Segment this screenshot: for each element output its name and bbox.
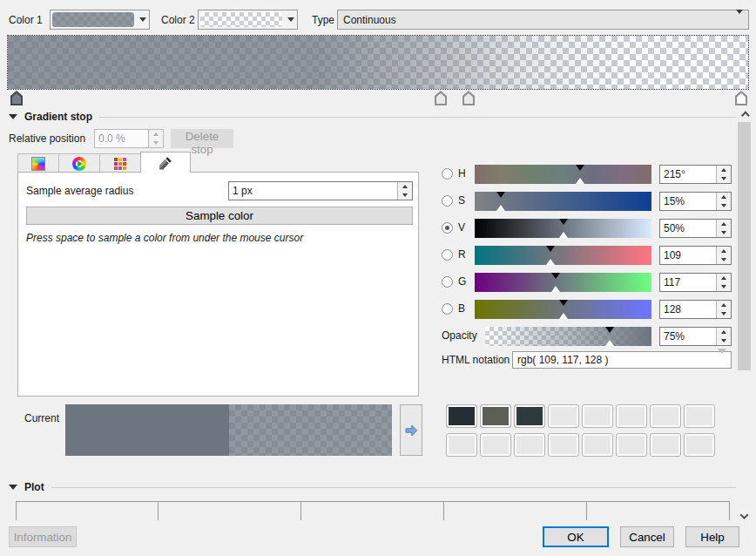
current-color-solid bbox=[65, 404, 229, 456]
html-notation-input[interactable]: rgb( 109, 117, 128 ) bbox=[512, 351, 732, 369]
h-slider[interactable] bbox=[475, 165, 651, 184]
v-spinbox[interactable]: 50% bbox=[659, 219, 732, 238]
g-slider[interactable] bbox=[475, 273, 651, 292]
sample-radius-value: 1 px bbox=[229, 182, 397, 200]
swatch-cell[interactable] bbox=[650, 433, 681, 457]
relative-position-spinbox[interactable]: 0.0 % bbox=[94, 129, 164, 148]
b-spinbox[interactable]: 128 bbox=[659, 300, 732, 319]
vertical-scrollbar[interactable] bbox=[737, 109, 752, 520]
chevron-down-icon[interactable] bbox=[718, 354, 726, 366]
b-radio[interactable] bbox=[442, 303, 453, 315]
gradient-preview[interactable] bbox=[7, 35, 749, 90]
spin-arrows[interactable] bbox=[716, 247, 731, 264]
gradient-stop-marker[interactable] bbox=[435, 91, 447, 105]
chevron-down-icon[interactable] bbox=[284, 10, 297, 29]
top-bar: Color 1 Color 2 Type Continuous bbox=[0, 0, 756, 33]
s-radio[interactable] bbox=[442, 195, 453, 207]
type-select[interactable]: Continuous bbox=[337, 10, 749, 30]
swatch-cell[interactable] bbox=[684, 433, 715, 457]
color2-dropdown[interactable] bbox=[198, 10, 298, 30]
s-spinbox[interactable]: 15% bbox=[659, 192, 732, 211]
scroll-up-button[interactable] bbox=[737, 109, 752, 122]
gradient-stop-marker[interactable] bbox=[735, 91, 747, 105]
chevron-down-icon bbox=[740, 511, 749, 519]
add-to-swatches-button[interactable] bbox=[400, 404, 422, 456]
spin-arrows[interactable] bbox=[716, 328, 731, 345]
swatch-cell[interactable] bbox=[684, 404, 715, 428]
swatch-cell[interactable] bbox=[582, 404, 613, 428]
swatch-cell[interactable] bbox=[514, 433, 545, 457]
gradient-color-ramp-dialog: Color 1 Color 2 Type Continuous Gradient bbox=[0, 0, 756, 556]
b-value: 128 bbox=[660, 301, 716, 318]
swatch-cell[interactable] bbox=[616, 433, 647, 457]
spin-arrows[interactable] bbox=[716, 301, 731, 318]
r-spinbox[interactable]: 109 bbox=[659, 246, 732, 265]
channel-panel: H 215° S 15% V 50% R 109 G 117 bbox=[440, 162, 732, 376]
color2-swatch bbox=[200, 12, 282, 27]
header-rule bbox=[99, 117, 736, 118]
type-label: Type bbox=[312, 14, 334, 26]
v-label: V bbox=[458, 221, 465, 234]
spin-arrows[interactable] bbox=[716, 166, 731, 183]
scroll-down-button[interactable] bbox=[737, 507, 752, 520]
ok-button[interactable]: OK bbox=[543, 526, 609, 547]
sample-hint-text: Press space to sample a color from under… bbox=[26, 232, 303, 244]
color1-dropdown[interactable] bbox=[50, 10, 150, 30]
cancel-button[interactable]: Cancel bbox=[620, 526, 674, 547]
gradient-stop-marker[interactable] bbox=[10, 91, 23, 105]
swatch-cell[interactable] bbox=[446, 404, 477, 428]
color1-overlay bbox=[52, 12, 134, 27]
r-radio[interactable] bbox=[442, 249, 453, 261]
swatch-cell[interactable] bbox=[548, 433, 579, 457]
spin-arrows[interactable] bbox=[716, 220, 731, 237]
swatch-cell[interactable] bbox=[548, 404, 579, 428]
spin-arrows[interactable] bbox=[397, 182, 412, 200]
tab-color-picker[interactable] bbox=[140, 152, 191, 173]
plot-tick bbox=[443, 501, 444, 520]
gradient-stop-marker[interactable] bbox=[462, 91, 475, 105]
plot-header[interactable]: Plot bbox=[9, 481, 736, 493]
tab-color-wheel[interactable] bbox=[58, 153, 100, 173]
information-button[interactable]: Information bbox=[9, 526, 77, 547]
gradient-stop-header[interactable]: Gradient stop bbox=[9, 111, 736, 123]
swatch-cell[interactable] bbox=[616, 404, 647, 428]
r-slider[interactable] bbox=[475, 246, 651, 265]
chevron-down-icon[interactable] bbox=[136, 10, 149, 29]
tab-color-swatches[interactable] bbox=[99, 153, 141, 173]
opacity-row: Opacity 75% bbox=[440, 327, 732, 346]
gradient-stop-title: Gradient stop bbox=[24, 111, 92, 123]
v-slider[interactable] bbox=[475, 219, 651, 238]
s-value: 15% bbox=[660, 193, 716, 210]
swatch-cell[interactable] bbox=[446, 433, 477, 457]
h-value: 215° bbox=[660, 166, 716, 183]
v-radio[interactable] bbox=[442, 222, 453, 234]
scrollbar-thumb[interactable] bbox=[738, 122, 751, 370]
opacity-spinbox[interactable]: 75% bbox=[659, 327, 732, 346]
swatch-cell[interactable] bbox=[650, 404, 681, 428]
sample-radius-spinbox[interactable]: 1 px bbox=[228, 181, 413, 200]
g-radio[interactable] bbox=[442, 276, 453, 288]
h-radio[interactable] bbox=[442, 168, 453, 180]
swatch-cell[interactable] bbox=[582, 433, 613, 457]
html-notation-label: HTML notation bbox=[442, 354, 510, 366]
swatch-cell[interactable] bbox=[514, 404, 545, 428]
sample-color-button[interactable]: Sample color bbox=[26, 207, 413, 225]
swatch-cell[interactable] bbox=[480, 433, 511, 457]
help-button[interactable]: Help bbox=[685, 526, 739, 547]
g-spinbox[interactable]: 117 bbox=[659, 273, 732, 292]
delete-stop-button[interactable]: Delete stop bbox=[171, 129, 233, 148]
swatch-cell[interactable] bbox=[480, 404, 511, 428]
h-spinbox[interactable]: 215° bbox=[659, 165, 732, 184]
s-slider[interactable] bbox=[475, 192, 651, 211]
b-slider[interactable] bbox=[475, 300, 651, 319]
gradient-overlay bbox=[8, 36, 748, 89]
relative-position-value: 0.0 % bbox=[95, 130, 148, 147]
plot-tick bbox=[16, 501, 17, 520]
opacity-slider[interactable] bbox=[485, 327, 651, 346]
channel-row-h: H 215° bbox=[440, 165, 732, 184]
tab-color-box[interactable] bbox=[17, 153, 59, 173]
g-label: G bbox=[458, 275, 466, 288]
spin-arrows[interactable] bbox=[716, 274, 731, 291]
spin-arrows[interactable] bbox=[716, 193, 731, 210]
spin-arrows[interactable] bbox=[148, 130, 163, 147]
